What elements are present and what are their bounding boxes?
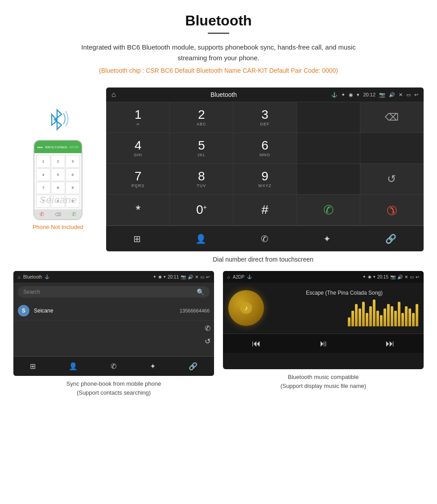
music-close-icon[interactable]: ✕	[404, 275, 408, 279]
bt-icon: ✦	[341, 92, 345, 98]
page-description: Integrated with BC6 Bluetooth module, su…	[67, 42, 370, 63]
toolbar-bluetooth-icon[interactable]: ✦	[323, 233, 331, 244]
pb-tb-phone-icon[interactable]: ✆	[111, 362, 116, 371]
toolbar-person-icon[interactable]: 👤	[195, 233, 206, 244]
dial-key-2[interactable]: 2 ABC	[170, 102, 233, 133]
viz-bar	[391, 306, 393, 326]
pb-tb-person-icon[interactable]: 👤	[69, 362, 78, 371]
phone-mock: ●●● Add to Contacts MORE 1 2 3 4 5 6 7 8…	[33, 140, 82, 220]
dial-key-0[interactable]: 0+	[170, 195, 233, 225]
dial-key-7[interactable]: 7 PQRS	[107, 164, 169, 194]
music-prev-button[interactable]: ⏮	[252, 338, 261, 349]
vol-icon: 🔊	[389, 92, 395, 98]
window-icon: ▭	[406, 92, 411, 98]
pb-tb-link-icon[interactable]: 🔗	[189, 362, 198, 371]
dial-key-1[interactable]: 1 ∞	[107, 102, 169, 133]
viz-bar	[348, 317, 350, 326]
music-playpause-button[interactable]: ⏯	[319, 338, 328, 349]
pb-map-icon: ◉	[158, 275, 162, 279]
music-song-title: Escape (The Pina Colada Song)	[270, 290, 418, 296]
map-pin-icon: ◉	[349, 92, 353, 98]
dial-key-9[interactable]: 9 WXYZ	[233, 164, 296, 194]
music-next-button[interactable]: ⏭	[386, 338, 395, 349]
statusbar-time: 20:12	[363, 92, 375, 97]
dial-empty-3	[360, 133, 423, 163]
music-note-icon: ♪	[240, 302, 252, 314]
viz-bar	[383, 308, 386, 326]
music-title-label: A2DP	[233, 275, 244, 279]
pb-contact-row[interactable]: S Seicane 13566664466	[13, 301, 214, 321]
music-map-icon: ◉	[368, 275, 371, 279]
dial-key-5[interactable]: 5 JKL	[170, 133, 233, 163]
pb-vol-icon: 🔊	[188, 275, 193, 279]
pb-contact-avatar: S	[18, 305, 29, 317]
music-visualizer	[270, 300, 418, 326]
pb-close-icon[interactable]: ✕	[195, 275, 198, 279]
pb-tb-grid-icon[interactable]: ⊞	[30, 362, 36, 371]
viz-bar	[394, 311, 397, 326]
phone-key-4: 4	[36, 168, 50, 181]
dial-key-endcall[interactable]: ✆	[360, 195, 423, 225]
phonebook-screen: ⌂ Bluetooth ⚓ ✦ ◉ ▾ 20:11 📷 🔊 ✕ ▭ ↩	[13, 271, 214, 376]
back-icon[interactable]: ↩	[414, 92, 418, 98]
statusbar-left: ⌂	[111, 91, 116, 99]
dial-key-4[interactable]: 4 GHI	[107, 133, 169, 163]
phone-key-5: 5	[51, 168, 65, 181]
music-panel: ⌂ A2DP ⚓ ✦ ◉ ▾ 20:15 📷 🔊 ✕ ▭ ↩	[223, 271, 424, 397]
music-back-icon[interactable]: ↩	[416, 275, 419, 279]
viz-bar	[373, 300, 375, 326]
viz-bar	[412, 313, 415, 326]
toolbar-grid-icon[interactable]: ⊞	[133, 233, 141, 244]
music-screen: ⌂ A2DP ⚓ ✦ ◉ ▾ 20:15 📷 🔊 ✕ ▭ ↩	[223, 271, 424, 369]
page-header: Bluetooth Integrated with BC6 Bluetooth …	[0, 0, 437, 87]
pb-caption: Sync phone-book from mobile phone (Suppo…	[13, 376, 214, 397]
dial-key-6[interactable]: 6 MNO	[233, 133, 296, 163]
phone-key-8: 8	[51, 182, 65, 195]
music-home-icon[interactable]: ⌂	[227, 275, 230, 279]
toolbar-link-icon[interactable]: 🔗	[385, 233, 396, 244]
pb-bt-icon: ✦	[153, 275, 157, 279]
dial-key-call[interactable]: ✆	[297, 195, 360, 225]
dial-key-3[interactable]: 3 DEF	[233, 102, 296, 133]
viz-bar	[380, 315, 383, 326]
music-vol-icon: 🔊	[397, 275, 403, 279]
dial-key-hash[interactable]: #	[233, 195, 296, 225]
phone-key-7: 7	[36, 182, 50, 195]
dial-empty-4	[297, 164, 360, 194]
music-body: ♪ Escape (The Pina Colada Song)	[223, 283, 424, 333]
phone-bottom-bar: ✆ ⌫ ✆	[34, 209, 82, 219]
toolbar-phone-icon[interactable]: ✆	[261, 233, 268, 244]
dial-key-refresh[interactable]: ↺	[360, 164, 423, 194]
pb-contact-name: Seicane	[34, 308, 180, 314]
pb-search-bar[interactable]: Search 🔍	[18, 286, 210, 298]
title-underline	[208, 33, 229, 34]
dial-key-star[interactable]: *	[107, 195, 169, 225]
music-caption: Bluetooth music compatible (Support disp…	[223, 369, 424, 390]
dial-key-del[interactable]: ⌫	[360, 102, 423, 133]
pb-side-refresh-icon[interactable]: ↺	[205, 337, 210, 346]
viz-bar	[398, 302, 400, 326]
pb-tb-bt-icon[interactable]: ✦	[150, 362, 156, 371]
music-usb-icon: ⚓	[247, 275, 252, 279]
music-controls: ⏮ ⏯ ⏭	[223, 333, 424, 353]
dial-empty-1	[297, 102, 360, 133]
dial-key-8[interactable]: 8 TUV	[170, 164, 233, 194]
viz-bar	[376, 311, 379, 326]
pb-home-icon[interactable]: ⌂	[18, 275, 21, 279]
pb-side-phone-icon[interactable]: ✆	[205, 324, 210, 333]
wifi-icon: ▾	[357, 92, 359, 98]
phonebook-panel: ⌂ Bluetooth ⚓ ✦ ◉ ▾ 20:11 📷 🔊 ✕ ▭ ↩	[13, 271, 214, 397]
close-icon[interactable]: ✕	[399, 92, 403, 98]
viz-bar	[355, 304, 358, 326]
home-icon[interactable]: ⌂	[111, 91, 116, 99]
phone-keypad: 1 2 3 4 5 6 7 8 9 * 0 #	[34, 153, 82, 209]
viz-bar	[362, 302, 365, 326]
dial-grid: 1 ∞ 2 ABC 3 DEF ⌫ 4 GHI	[106, 102, 424, 225]
phone-key-3: 3	[66, 155, 80, 168]
pb-back-icon[interactable]: ↩	[206, 275, 210, 279]
pb-search-icon[interactable]: 🔍	[197, 288, 204, 296]
statusbar-right: ⚓ ✦ ◉ ▾ 20:12 📷 🔊 ✕ ▭ ↩	[331, 92, 418, 98]
viz-bar	[408, 308, 411, 326]
dial-statusbar: ⌂ Bluetooth ⚓ ✦ ◉ ▾ 20:12 📷 🔊 ✕ ▭ ↩	[106, 87, 424, 102]
phone-key-1: 1	[36, 155, 50, 168]
